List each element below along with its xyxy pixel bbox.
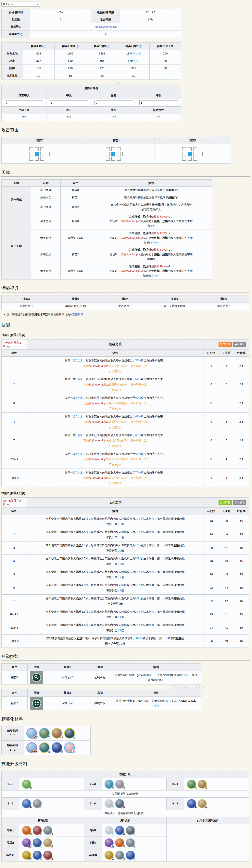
skill-level: 2 — [2, 375, 27, 394]
text-line: 造成停顿、恐惧时使模板:Fever+2； — [92, 247, 211, 252]
help-icon[interactable]: ? — [139, 45, 142, 48]
status-term: 停顿 — [174, 557, 179, 560]
talent-condition: 精英2 — [61, 201, 90, 213]
broken-template-link[interactable]: 模板:Ave Mujica — [120, 269, 140, 272]
broken-template-link[interactable]: 模板:Ave Mujica — [89, 364, 109, 367]
calc-input-elite[interactable] — [5, 100, 43, 105]
calc-input-level[interactable] — [50, 100, 88, 105]
skill-level-row: 4发动一次5连击，对攻击范围内的地面敌人每次造成相当于61%攻击力的法术伤害。其… — [2, 413, 249, 431]
bonus-value: (+5%) — [152, 274, 160, 277]
col-header: 技能1 — [46, 664, 89, 671]
material-icon: 6 — [187, 780, 196, 789]
help-icon[interactable]: ? — [108, 45, 110, 48]
broken-template-link[interactable]: 模板:Ave Mujica — [89, 476, 109, 479]
extra-effect-text: 可充能2次 — [109, 463, 121, 466]
col-header: 技能2 — [46, 689, 89, 697]
link[interactable]: Mujica — [95, 25, 103, 28]
link[interactable]: 直接加算 — [72, 313, 83, 316]
link[interactable]: Ave Mujica — [103, 25, 116, 28]
skill-cost-value: 48 — [219, 528, 234, 541]
text-line: 立即使攻击范围内的敌人恐惧1.5秒，每秒对攻击范围内的敌人造成攻击力88%的法术… — [28, 596, 202, 601]
skill-level: Rank Ⅱ — [2, 621, 27, 634]
elite-material-icons: 12w3812 — [24, 741, 90, 755]
field-label: 攻击间隔 — [91, 16, 120, 23]
material-count: 4 — [40, 845, 42, 847]
talent-group-label: 第一天赋 — [2, 187, 31, 213]
broken-template-link[interactable]: 模板:Fever — [154, 215, 167, 218]
broken-template-link[interactable]: 模板:Ave Mujica — [89, 420, 109, 423]
value-highlight: 5连击 — [76, 359, 83, 362]
material-count: 5 — [123, 806, 124, 808]
stat-value: 274 — [86, 64, 118, 72]
skill-tag-badge: 自动回复 — [219, 500, 232, 505]
stats-row: 防御13621027433130 — [2, 64, 181, 72]
stat-value: 30 — [150, 57, 181, 65]
text-line: 立即使攻击范围内的敌人恐惧1.5秒，每秒对攻击范围内的敌人造成攻击力100%的法… — [28, 636, 202, 641]
variant-select[interactable]: 额外训练 — [1, 2, 40, 7]
status-term: 停顿 — [174, 530, 179, 533]
col-header: 潜能5 — [150, 296, 199, 303]
broken-template-link[interactable]: 模板:Fever — [154, 248, 167, 251]
col-header: 等级 — [47, 92, 91, 99]
skill-description: 立即使攻击范围内的敌人恐惧1.5秒，每秒对攻击范围内的敌人造成攻击力92%的法术… — [27, 608, 204, 621]
broken-template-link[interactable]: 模板:Ave Mujica — [89, 383, 109, 386]
stat-value: 200 — [150, 50, 181, 57]
calc-title-row: 属性计算器 — [2, 85, 181, 92]
material-icon: 6 — [126, 851, 135, 860]
material-count: 5 — [134, 832, 135, 835]
broken-template-link[interactable]: 模板:Fever — [154, 265, 167, 268]
skill-cost-value: 5 — [219, 431, 234, 450]
broken-template-link[interactable]: 模板:Ave Mujica — [89, 458, 109, 461]
broken-template-link[interactable]: 模板:Ave Mujica — [120, 253, 140, 256]
range-tile — [106, 147, 110, 151]
range-tile — [29, 157, 33, 161]
help-icon[interactable]: ? — [20, 33, 23, 36]
skill-description: 立即使攻击范围内的敌人恐惧1.5秒，每秒对攻击范围内的敌人造成攻击力95%的法术… — [27, 621, 204, 634]
calc-input-trust[interactable] — [94, 100, 133, 105]
calc-input-cell — [91, 99, 136, 106]
broken-template-link[interactable]: 模板:Ave Mujica — [89, 402, 109, 405]
text-line: 效果取最高） — [112, 678, 200, 682]
play-icon: ▶ — [207, 352, 209, 354]
skillup-range-label: 2→3 — [84, 778, 102, 790]
status-term: 恐惧 — [76, 610, 82, 613]
material-count: 6 — [40, 857, 42, 860]
material-count: 12w — [31, 750, 37, 753]
text-line: 立即使攻击范围内的敌人恐惧1.5秒，每秒对攻击范围内的敌人造成攻击力85%的法术… — [28, 582, 202, 588]
value-highlight: 78% — [135, 557, 141, 560]
broken-template-link[interactable]: 模板:Ave Mujica — [120, 236, 140, 239]
material-count: 2w — [33, 736, 37, 739]
talent-row: 毋畏恐惧精英2造成停顿、恐惧时使模板:Fever+2；在场时，模板:Ave Mu… — [2, 246, 212, 263]
broken-template-link[interactable]: 模板:Ave Mujica — [120, 219, 140, 223]
text-line: 可充能2次 — [28, 387, 202, 393]
extra-effect-text: 可充能2次 — [109, 407, 121, 410]
mastery-material-icons: 1249 — [102, 837, 167, 849]
talent-row: 第一天赋应召而至精英0被八幡海铃伤害的敌人有15%概率被停顿3秒 — [2, 187, 212, 194]
material-count: 15 — [28, 857, 31, 860]
skill-description: 立即使攻击范围内的敌人恐惧1.5秒，每秒对攻击范围内的敌人造成攻击力88%的法术… — [27, 595, 204, 608]
material-count: 6 — [195, 786, 196, 789]
status-term: 停顿 — [135, 231, 140, 235]
extra-effect-text: 可充能2次 — [109, 370, 121, 373]
section-title-base-skills: 后勤技能 — [1, 654, 250, 661]
base-skill-description: 进驻控制中枢时，每个进驻在贸易站的叙拉古干员，订单获取效率+5% — [111, 697, 201, 710]
broken-template-link[interactable]: 模板:Fever — [154, 231, 167, 235]
text-line: 的攻击范围扩大 — [92, 207, 211, 212]
talent-row: 应召而至精英1被八幡海铃伤害的敌人有18%概率被停顿3秒 — [2, 194, 212, 201]
skill-level: Rank Ⅱ — [2, 450, 27, 468]
help-icon[interactable]: ? — [76, 45, 79, 48]
talents-table: 天赋名称条件描述第一天赋应召而至精英0被八幡海铃伤害的敌人有15%概率被停顿3秒… — [1, 179, 212, 280]
material-count: 12 — [28, 845, 31, 847]
extra-effect-text: 成员开启技能时，额外释放一次 — [109, 458, 147, 461]
help-icon[interactable]: ? — [44, 45, 46, 48]
skillup-unlock-text: 达到精英阶段1后解锁 — [2, 790, 249, 797]
skill-icon-file-link[interactable]: 文件:技能 颤栗之弦.png — [2, 339, 27, 349]
status-term: 停顿 — [174, 570, 179, 574]
calc-input-potential[interactable] — [139, 100, 177, 105]
broken-template-link[interactable]: 模板:Ave Mujica — [89, 439, 109, 442]
skill-icon-file-link[interactable]: 文件:技能 无存之所.png — [2, 497, 27, 507]
mastery-material-icons: 1566 — [19, 849, 84, 861]
text-line: 发动一次5连击，对攻击范围内的地面敌人每次造成相当于60%攻击力的法术伤害。 — [28, 395, 202, 400]
link[interactable]: 叙拉古 — [163, 699, 171, 702]
material-count: 6 — [51, 857, 53, 860]
